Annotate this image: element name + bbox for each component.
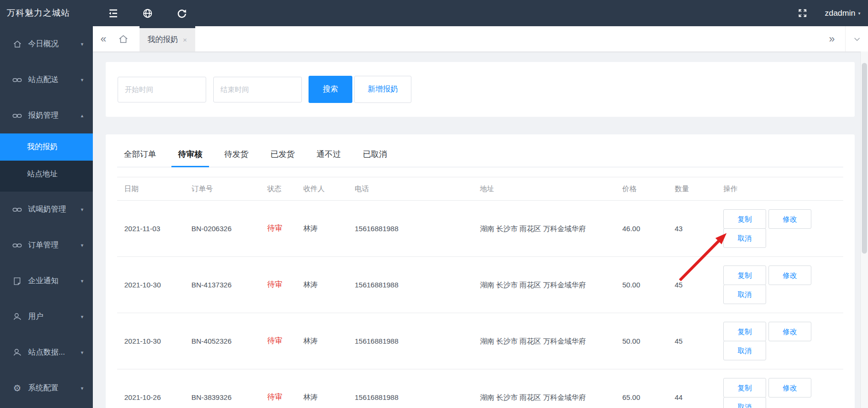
table-row: 2021-10-30BN-4052326待审林涛15616881988湖南 长沙…: [117, 313, 843, 369]
actions-left-column: 复制取消: [723, 265, 766, 304]
status-badge: 待审: [267, 280, 303, 290]
tags-bar-right: »: [818, 26, 868, 51]
col-status: 状态: [267, 184, 303, 194]
table-row: 2021-11-03BN-0206326待审林涛15616881988湖南 长沙…: [117, 201, 843, 257]
sidebar-item-site-address[interactable]: 站点地址: [0, 161, 93, 188]
fullscreen-icon[interactable]: [796, 7, 808, 20]
copy-button[interactable]: 复制: [723, 378, 766, 398]
sidebar-item-label: 站点配送: [28, 75, 77, 85]
username-label: zdadmin: [825, 9, 855, 18]
cancel-button[interactable]: 取消: [723, 228, 766, 248]
address-cell: 湖南 长沙市 雨花区 万科金域华府: [480, 336, 622, 347]
col-receiver: 收件人: [303, 184, 355, 194]
sidebar-item-system-config[interactable]: ⚙ 系统配置 ▼: [0, 370, 93, 406]
link-icon: [12, 205, 22, 214]
cancel-button[interactable]: 取消: [723, 397, 766, 408]
gear-icon: ⚙: [12, 384, 22, 393]
col-date: 日期: [117, 184, 191, 194]
date-cell: 2021-10-30: [117, 337, 191, 345]
modify-button[interactable]: 修改: [768, 265, 811, 285]
caret-up-icon: ▲: [80, 113, 84, 118]
link-icon: [12, 241, 22, 250]
link-icon: [12, 75, 22, 85]
table-row: 2021-10-26BN-3839326待审林涛15616881988湖南 长沙…: [117, 369, 843, 408]
col-price: 价格: [622, 184, 675, 194]
sidebar-submenu: 我的报奶 站点地址: [0, 133, 93, 192]
chevron-down-icon: ▾: [858, 11, 860, 16]
refresh-icon[interactable]: [176, 7, 188, 20]
modify-button[interactable]: 修改: [768, 378, 811, 398]
tab-cancelled[interactable]: 已取消: [356, 143, 394, 167]
tags-scroll-right-button[interactable]: »: [818, 26, 845, 51]
start-time-input[interactable]: [118, 77, 206, 102]
topbar-right: zdadmin ▾: [796, 7, 868, 20]
cancel-button[interactable]: 取消: [723, 341, 766, 360]
price-cell: 50.00: [622, 337, 675, 345]
home-tab-icon[interactable]: [114, 34, 133, 44]
sidebar-item-site-data[interactable]: 站点数据... ▼: [0, 335, 93, 370]
status-badge: 待审: [267, 224, 303, 234]
receiver-cell: 林涛: [303, 393, 355, 402]
tags-menu-chevron[interactable]: [845, 26, 868, 51]
user-menu[interactable]: zdadmin ▾: [825, 9, 860, 18]
tab-pending-review[interactable]: 待审核: [171, 143, 209, 167]
order-status-tabs: 全部订单 待审核 待发货 已发货 通不过 已取消: [117, 134, 843, 167]
end-time-input[interactable]: [213, 77, 302, 102]
modify-button[interactable]: 修改: [768, 209, 811, 229]
topbar: 万科魅力之城站 zdadmin ▾: [0, 0, 868, 26]
actions-group: 复制取消修改: [723, 209, 838, 248]
col-phone: 电话: [355, 184, 480, 194]
sidebar-item-my-milk-report[interactable]: 我的报奶: [0, 133, 93, 161]
orders-panel: 全部订单 待审核 待发货 已发货 通不过 已取消 日期 订单号 状态 收件人 电…: [106, 134, 855, 408]
actions-cell: 复制取消修改: [723, 265, 843, 304]
copy-button[interactable]: 复制: [723, 265, 766, 285]
caret-down-icon: ▼: [80, 386, 84, 391]
sidebar-item-label: 系统配置: [28, 383, 77, 393]
copy-button[interactable]: 复制: [723, 322, 766, 341]
tab-all-orders[interactable]: 全部订单: [117, 143, 163, 167]
date-cell: 2021-10-26: [117, 393, 191, 401]
sidebar-item-users[interactable]: 用户 ▼: [0, 299, 93, 335]
date-cell: 2021-11-03: [117, 224, 191, 233]
col-address: 地址: [480, 184, 622, 194]
tab-shipped[interactable]: 已发货: [264, 143, 301, 167]
col-qty: 数量: [675, 184, 723, 194]
sidebar-item-label: 站点数据...: [28, 347, 77, 357]
address-cell: 湖南 长沙市 雨花区 万科金域华府: [480, 392, 622, 403]
status-badge: 待审: [267, 392, 303, 402]
sidebar-item-label: 试喝奶管理: [28, 204, 77, 214]
globe-icon[interactable]: [141, 7, 154, 20]
sidebar-item-company-notice[interactable]: 企业通知 ▼: [0, 263, 93, 299]
order-no-cell: BN-4137326: [191, 281, 267, 289]
tags-scroll-left-button[interactable]: «: [93, 33, 114, 45]
sidebar: 今日概况 ▼ 站点配送 ▼ 报奶管理 ▲ 我的报奶 站点地址: [0, 26, 93, 408]
tab-label: 我的报奶: [148, 35, 178, 45]
collapse-sidebar-icon[interactable]: [107, 7, 120, 20]
price-cell: 50.00: [622, 281, 675, 289]
tab-pending-shipment[interactable]: 待发货: [218, 143, 255, 167]
tab-rejected[interactable]: 通不过: [310, 143, 348, 167]
copy-button[interactable]: 复制: [723, 209, 766, 229]
qty-cell: 43: [675, 224, 723, 233]
modify-button[interactable]: 修改: [768, 322, 811, 341]
actions-group: 复制取消修改: [723, 265, 838, 304]
orders-table: 日期 订单号 状态 收件人 电话 地址 价格 数量 操作 2021-11-03B…: [117, 177, 843, 408]
table-row: 2021-10-30BN-4137326待审林涛15616881988湖南 长沙…: [117, 257, 843, 313]
cancel-button[interactable]: 取消: [723, 285, 766, 304]
actions-group: 复制取消修改: [723, 322, 838, 360]
add-milk-report-button[interactable]: 新增报奶: [354, 76, 411, 103]
sidebar-item-site-delivery[interactable]: 站点配送 ▼: [0, 62, 93, 98]
sidebar-item-today-overview[interactable]: 今日概况 ▼: [0, 26, 93, 62]
sidebar-item-milk-report-mgmt[interactable]: 报奶管理 ▲: [0, 98, 93, 133]
search-button[interactable]: 搜索: [309, 76, 352, 103]
caret-down-icon: ▼: [80, 42, 84, 47]
phone-cell: 15616881988: [355, 281, 480, 289]
scrollbar-thumb[interactable]: [862, 63, 867, 254]
vertical-scrollbar[interactable]: [860, 51, 868, 408]
sidebar-item-order-mgmt[interactable]: 订单管理 ▼: [0, 227, 93, 263]
tab-my-milk-report[interactable]: 我的报奶 ×: [140, 26, 195, 51]
sidebar-item-label: 用户: [28, 312, 77, 322]
close-icon[interactable]: ×: [183, 36, 187, 44]
caret-down-icon: ▼: [80, 78, 84, 82]
sidebar-item-trial-milk-mgmt[interactable]: 试喝奶管理 ▼: [0, 192, 93, 227]
